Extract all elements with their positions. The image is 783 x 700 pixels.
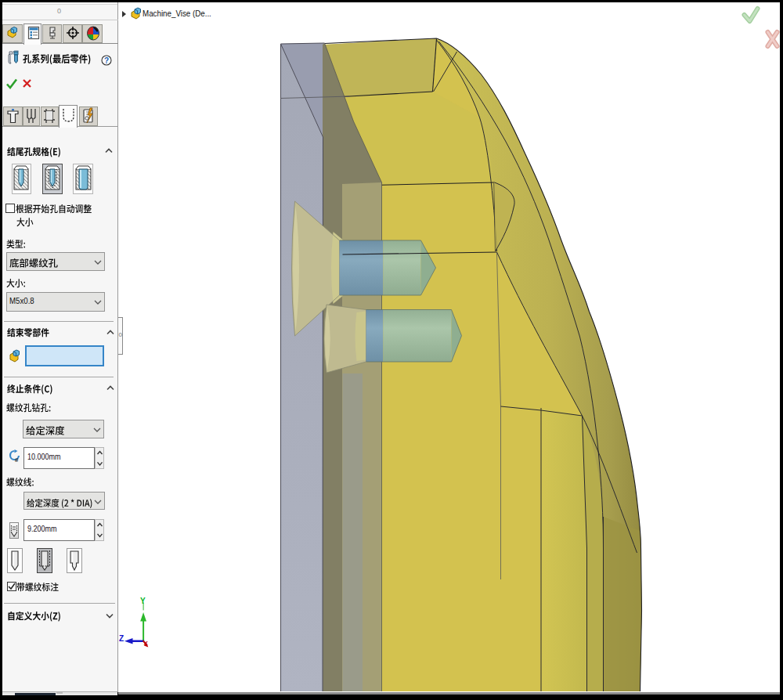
svg-text:Z: Z [119, 634, 124, 643]
svg-text:X: X [143, 640, 148, 647]
svg-text:#: # [15, 456, 19, 464]
svg-text:Y: Y [140, 597, 146, 605]
svg-text:?: ? [104, 56, 109, 65]
